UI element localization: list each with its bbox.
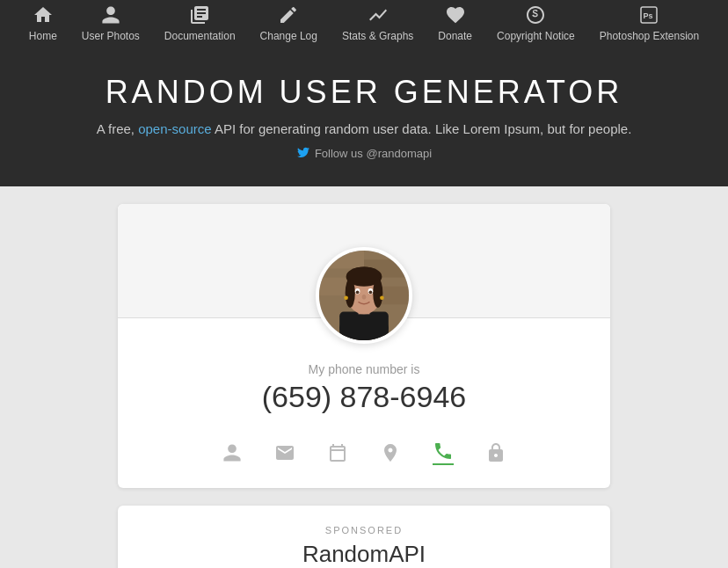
heart-icon — [445, 4, 466, 28]
main-area: My phone number is (659) 878-6946 — [0, 186, 728, 568]
lock-icon-btn[interactable] — [485, 441, 506, 465]
nav-item-change-log[interactable]: Change Log — [248, 0, 330, 46]
hero-desc-prefix: A free, — [97, 121, 139, 136]
svg-point-21 — [380, 295, 384, 300]
svg-point-18 — [369, 290, 373, 294]
nav-label-stats-graphs: Stats & Graphs — [342, 30, 413, 42]
svg-point-12 — [346, 279, 355, 308]
nav-item-home[interactable]: Home — [17, 0, 69, 46]
hero-title: RANDOM USER GENERATOR — [18, 74, 710, 111]
svg-point-17 — [356, 290, 360, 294]
user-card-top — [118, 204, 610, 318]
nav-label-home: Home — [29, 30, 57, 42]
pencil-icon — [278, 4, 299, 28]
svg-point-13 — [373, 279, 382, 308]
twitter-follow[interactable]: Follow us @randomapi — [18, 145, 710, 162]
person-circle-icon — [100, 4, 121, 28]
person-icon-btn[interactable] — [222, 441, 243, 465]
navigation: Home User Photos Documentation Change Lo… — [0, 0, 728, 46]
svg-text:Ps: Ps — [644, 11, 653, 20]
svg-rect-8 — [339, 312, 389, 340]
sponsor-label: SPONSORED — [144, 525, 584, 535]
nav-item-stats-graphs[interactable]: Stats & Graphs — [330, 0, 426, 46]
nav-label-donate: Donate — [438, 30, 472, 42]
calendar-icon-btn[interactable] — [327, 441, 348, 465]
copyright-icon — [525, 4, 546, 28]
nav-item-documentation[interactable]: Documentation — [152, 0, 248, 46]
nav-label-photoshop-extension: Photoshop Extension — [600, 30, 699, 42]
phone-number: (659) 878-6946 — [135, 380, 593, 414]
phone-label: My phone number is — [135, 362, 593, 376]
twitter-follow-text: Follow us @randomapi — [315, 147, 432, 160]
svg-point-20 — [344, 295, 348, 300]
svg-point-14 — [347, 267, 380, 284]
avatar — [316, 247, 412, 344]
nav-item-user-photos[interactable]: User Photos — [69, 0, 152, 46]
svg-rect-3 — [319, 251, 364, 268]
hero-desc-suffix: API for generating random user data. Lik… — [212, 121, 632, 136]
nav-label-user-photos: User Photos — [82, 30, 140, 42]
house-icon — [33, 4, 54, 28]
nav-label-copyright-notice: Copyright Notice — [497, 30, 575, 42]
book-icon — [189, 4, 210, 28]
svg-point-19 — [362, 295, 367, 300]
email-icon-btn[interactable] — [274, 441, 295, 465]
twitter-icon — [296, 145, 310, 162]
nav-label-change-log: Change Log — [260, 30, 317, 42]
sponsor-title: RandomAPI — [144, 541, 584, 568]
phone-icon-btn[interactable] — [433, 441, 454, 465]
chart-icon — [368, 4, 389, 28]
user-card: My phone number is (659) 878-6946 — [118, 204, 610, 488]
hero-description: A free, open-source API for generating r… — [18, 121, 710, 136]
open-source-link[interactable]: open-source — [138, 121, 211, 136]
nav-item-photoshop-extension[interactable]: Ps Photoshop Extension — [587, 0, 711, 46]
sponsor-card: SPONSORED RandomAPI Want to create your … — [118, 506, 610, 568]
location-icon-btn[interactable] — [380, 441, 401, 465]
nav-label-documentation: Documentation — [164, 30, 236, 42]
nav-item-donate[interactable]: Donate — [426, 0, 484, 46]
ps-icon: Ps — [638, 4, 659, 28]
hero-section: RANDOM USER GENERATOR A free, open-sourc… — [0, 46, 728, 186]
nav-item-copyright-notice[interactable]: Copyright Notice — [484, 0, 587, 46]
icon-row — [135, 432, 593, 470]
